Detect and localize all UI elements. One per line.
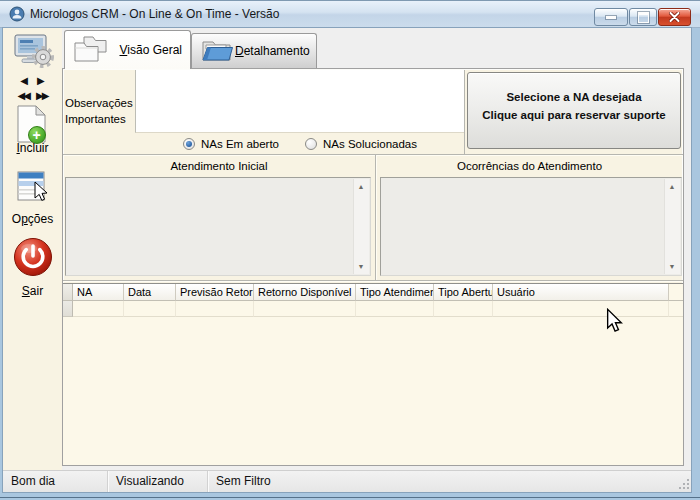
divider	[63, 280, 683, 281]
sair-label: Sair	[3, 284, 62, 298]
opcoes-button[interactable]	[3, 169, 62, 207]
grid-header-filler	[669, 284, 683, 301]
divider	[375, 155, 376, 280]
statusbar: Bom dia Visualizando Sem Filtro	[3, 470, 692, 492]
reserve-button-line2: Clique aqui para reservar suporte	[482, 106, 665, 124]
content-area: Visão Geral Detalhamento Observações Imp…	[62, 28, 692, 470]
options-window-icon	[16, 169, 50, 207]
scrollbar[interactable]: ▲ ▼	[664, 179, 680, 274]
grid-cell[interactable]	[73, 301, 124, 317]
incluir-button[interactable]: +	[3, 104, 62, 144]
status-filter: Sem Filtro	[208, 471, 692, 492]
ocorrencias-title: Ocorrências do Atendimento	[376, 156, 683, 176]
close-icon	[669, 12, 680, 22]
grid-cell[interactable]	[493, 301, 669, 317]
grid-cell[interactable]	[254, 301, 356, 317]
minimize-button[interactable]	[594, 8, 628, 26]
na-grid[interactable]: NA Data Previsão Retorno Retorno Disponí…	[63, 283, 683, 465]
atendimento-inicial-title: Atendimento Inicial	[63, 156, 375, 176]
power-icon	[12, 236, 54, 278]
column-header-tipo-atendimento[interactable]: Tipo Atendimento	[356, 284, 434, 301]
radio-selected-icon	[183, 138, 195, 150]
titlebar: Micrologos CRM - On Line & On Time - Ver…	[0, 0, 700, 28]
opcoes-label: Opções	[3, 212, 62, 226]
grid-cell[interactable]	[356, 301, 434, 317]
column-header-previsao-retorno[interactable]: Previsão Retorno	[176, 284, 254, 301]
nav-single-arrows: ◀ ▶	[3, 75, 62, 87]
radio-nas-solucionadas[interactable]: NAs Solucionadas	[305, 138, 417, 150]
nav-double-arrows: ◀◀ ▶▶	[3, 90, 62, 102]
grid-cell[interactable]	[124, 301, 176, 317]
radio-nas-em-aberto[interactable]: NAs Em aberto	[183, 138, 279, 150]
sair-button[interactable]	[3, 236, 62, 278]
scrollbar[interactable]: ▲ ▼	[353, 179, 369, 274]
resize-grip[interactable]	[679, 479, 689, 489]
computer-logo	[3, 32, 62, 74]
column-header-data[interactable]: Data	[124, 284, 176, 301]
grid-selector-header	[63, 284, 73, 301]
nav-next-button[interactable]: ▶	[37, 75, 45, 87]
tab-visao-geral-label: Visão Geral	[120, 43, 183, 57]
reserve-button-line1: Selecione a NA desejada	[506, 88, 641, 106]
column-header-na[interactable]: NA	[73, 284, 124, 301]
na-filter-radios: NAs Em aberto NAs Solucionadas	[135, 133, 465, 154]
scroll-up-icon[interactable]: ▲	[354, 180, 368, 193]
radio-unselected-icon	[305, 138, 317, 150]
scroll-down-icon[interactable]: ▼	[665, 260, 679, 273]
grid-row[interactable]	[63, 301, 683, 317]
visao-geral-page: Observações Importantes NAs Em aberto NA…	[62, 68, 684, 466]
row-selector[interactable]	[63, 301, 73, 317]
scroll-down-icon[interactable]: ▼	[354, 260, 368, 273]
ocorrencias-memo[interactable]: ▲ ▼	[380, 177, 682, 276]
column-header-retorno-disponivel[interactable]: Retorno Disponível	[254, 284, 356, 301]
blue-folder-icon	[199, 36, 235, 67]
nav-prior-button[interactable]: ◀	[20, 75, 28, 87]
nav-first-button[interactable]: ◀◀	[18, 90, 29, 102]
grid-header: NA Data Previsão Retorno Retorno Disponí…	[63, 284, 683, 301]
grid-cell[interactable]	[176, 301, 254, 317]
column-header-usuario[interactable]: Usuário	[493, 284, 669, 301]
scroll-up-icon[interactable]: ▲	[665, 180, 679, 193]
column-header-tipo-abertura[interactable]: Tipo Abertura	[434, 284, 493, 301]
sidebar: ◀ ▶ ◀◀ ▶▶ + Incluir	[3, 28, 62, 470]
observacoes-label: Observações Importantes	[65, 71, 134, 127]
radio-em-aberto-label: NAs Em aberto	[201, 138, 279, 150]
observacoes-memo[interactable]	[135, 70, 465, 133]
window-title: Micrologos CRM - On Line & On Time - Ver…	[30, 0, 279, 28]
tab-detalhamento[interactable]: Detalhamento	[191, 33, 317, 68]
divider	[63, 154, 683, 155]
app-icon	[9, 6, 25, 22]
gray-folders-icon	[72, 34, 108, 67]
app-window: Micrologos CRM - On Line & On Time - Ver…	[0, 0, 700, 500]
minimize-icon	[606, 16, 616, 19]
status-greeting: Bom dia	[3, 471, 108, 492]
nav-last-button[interactable]: ▶▶	[36, 90, 47, 102]
reserve-support-button[interactable]: Selecione a NA desejada Clique aqui para…	[467, 72, 681, 149]
tab-detalhamento-label: Detalhamento	[235, 44, 310, 58]
maximize-button[interactable]	[629, 8, 657, 26]
computer-gear-icon	[12, 32, 54, 74]
atendimento-inicial-memo[interactable]: ▲ ▼	[65, 177, 371, 276]
grid-cell[interactable]	[434, 301, 493, 317]
window-bottom-edge	[0, 497, 700, 498]
tab-visao-geral[interactable]: Visão Geral	[64, 30, 191, 69]
radio-solucionadas-label: NAs Solucionadas	[323, 138, 417, 150]
close-button[interactable]	[658, 8, 691, 26]
status-mode: Visualizando	[108, 471, 208, 492]
maximize-icon	[638, 12, 649, 23]
divider	[464, 70, 465, 154]
grid-cell-filler	[669, 301, 683, 317]
incluir-label: Incluir	[3, 141, 62, 155]
